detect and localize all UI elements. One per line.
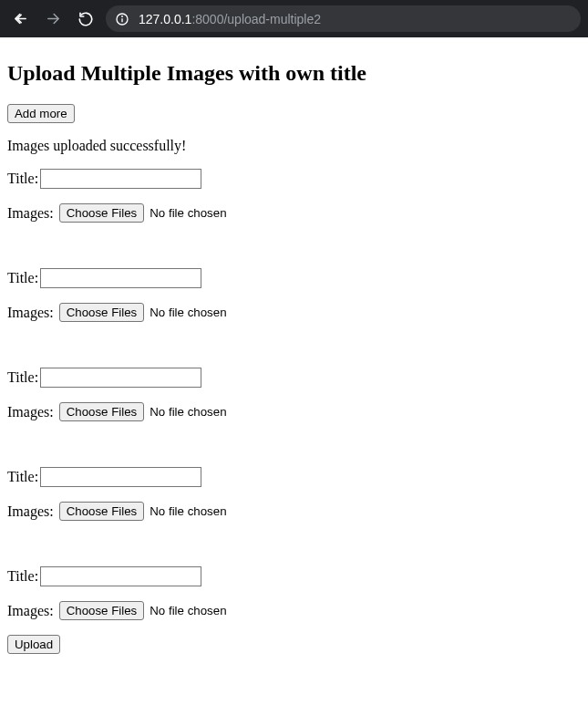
images-label: Images: <box>7 205 54 222</box>
title-row: Title: <box>7 368 581 388</box>
title-input[interactable] <box>40 268 201 288</box>
file-status: No file chosen <box>150 206 226 220</box>
title-input[interactable] <box>40 169 201 189</box>
images-row: Images: Choose Files No file chosen <box>7 303 581 322</box>
choose-files-button[interactable]: Choose Files <box>59 502 145 521</box>
upload-block: Title: Images: Choose Files No file chos… <box>7 169 581 223</box>
status-message: Images uploaded successfully! <box>7 138 581 154</box>
title-label: Title: <box>7 568 38 585</box>
title-label: Title: <box>7 270 38 286</box>
title-row: Title: <box>7 566 581 586</box>
images-label: Images: <box>7 305 54 321</box>
images-label: Images: <box>7 603 54 619</box>
title-label: Title: <box>7 469 38 485</box>
url-path: :8000/upload-multiple2 <box>191 12 321 26</box>
upload-block: Title: Images: Choose Files No file chos… <box>7 467 581 521</box>
file-status: No file chosen <box>150 604 226 617</box>
address-bar[interactable]: 127.0.0.1:8000/upload-multiple2 <box>106 5 581 32</box>
upload-button[interactable]: Upload <box>7 635 60 654</box>
page-content: Upload Multiple Images with own title Ad… <box>0 37 588 661</box>
forward-button[interactable] <box>40 6 66 32</box>
images-row: Images: Choose Files No file chosen <box>7 502 581 521</box>
svg-point-4 <box>122 16 123 16</box>
images-label: Images: <box>7 404 54 420</box>
title-input[interactable] <box>40 368 201 388</box>
images-row: Images: Choose Files No file chosen <box>7 402 581 421</box>
file-input[interactable]: Choose Files No file chosen <box>59 303 227 322</box>
title-row: Title: <box>7 467 581 487</box>
choose-files-button[interactable]: Choose Files <box>59 203 145 223</box>
url-host: 127.0.0.1 <box>139 12 191 26</box>
choose-files-button[interactable]: Choose Files <box>59 402 145 421</box>
file-status: No file chosen <box>150 504 226 518</box>
images-row: Images: Choose Files No file chosen <box>7 203 581 223</box>
file-input[interactable]: Choose Files No file chosen <box>59 402 227 421</box>
back-button[interactable] <box>7 6 33 32</box>
title-label: Title: <box>7 369 38 386</box>
images-row: Images: Choose Files No file chosen <box>7 601 581 620</box>
choose-files-button[interactable]: Choose Files <box>59 303 145 322</box>
title-label: Title: <box>7 171 38 187</box>
title-row: Title: <box>7 268 581 288</box>
images-label: Images: <box>7 503 54 520</box>
upload-block: Title: Images: Choose Files No file chos… <box>7 368 581 421</box>
file-input[interactable]: Choose Files No file chosen <box>59 502 227 521</box>
upload-block: Title: Images: Choose Files No file chos… <box>7 268 581 322</box>
choose-files-button[interactable]: Choose Files <box>59 601 145 620</box>
page-title: Upload Multiple Images with own title <box>7 61 581 86</box>
browser-toolbar: 127.0.0.1:8000/upload-multiple2 <box>0 0 588 37</box>
upload-block: Title: Images: Choose Files No file chos… <box>7 566 581 620</box>
file-status: No file chosen <box>150 306 226 319</box>
file-input[interactable]: Choose Files No file chosen <box>59 203 227 223</box>
title-row: Title: <box>7 169 581 189</box>
title-input[interactable] <box>40 566 201 586</box>
title-input[interactable] <box>40 467 201 487</box>
file-status: No file chosen <box>150 405 226 419</box>
info-icon <box>115 12 129 26</box>
url-text: 127.0.0.1:8000/upload-multiple2 <box>139 12 321 26</box>
file-input[interactable]: Choose Files No file chosen <box>59 601 227 620</box>
add-more-button[interactable]: Add more <box>7 104 75 123</box>
reload-button[interactable] <box>73 6 98 32</box>
